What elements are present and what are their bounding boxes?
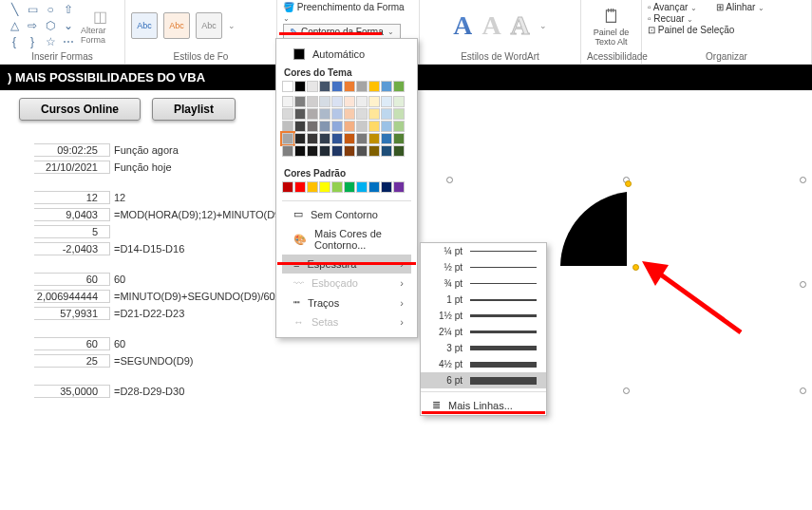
shape-style-2[interactable]: Abc (163, 12, 190, 39)
color-swatch[interactable] (393, 108, 405, 120)
more-colors-item[interactable]: 🎨 Mais Cores de Contorno... (282, 224, 411, 255)
align-button[interactable]: ⊞ Alinhar ⌄ (716, 2, 765, 12)
color-swatch[interactable] (393, 181, 405, 193)
color-swatch[interactable] (393, 81, 405, 92)
color-swatch[interactable] (344, 121, 355, 132)
color-swatch[interactable] (368, 121, 380, 132)
resize-handle[interactable] (800, 281, 806, 288)
thickness-option[interactable]: ¼ pt (421, 243, 546, 259)
thickness-option[interactable]: 1½ pt (421, 308, 546, 324)
thickness-option[interactable]: ½ pt (421, 259, 546, 275)
cell-text[interactable]: 60 (110, 338, 272, 349)
automatic-color-item[interactable]: Automático (282, 45, 411, 64)
cell-text[interactable]: =D28-D29-D30 (110, 386, 272, 397)
color-swatch[interactable] (356, 133, 368, 144)
color-swatch[interactable] (282, 181, 293, 193)
edit-shapes-button[interactable]: ◫ Alterar Forma (81, 8, 119, 45)
cell-value[interactable]: 57,9931 (34, 307, 110, 320)
color-swatch[interactable] (294, 81, 306, 92)
color-swatch[interactable] (344, 181, 355, 193)
cell-value[interactable]: 5 (34, 225, 110, 238)
color-swatch[interactable] (368, 96, 380, 107)
send-back-button[interactable]: ▫ Recuar ⌄ (648, 13, 693, 24)
cell-value[interactable]: 9,0403 (34, 208, 110, 221)
color-swatch[interactable] (307, 81, 318, 92)
rbrace-icon[interactable]: } (24, 34, 41, 49)
cell-value[interactable]: 60 (34, 273, 110, 286)
line-icon[interactable]: ╲ (6, 2, 23, 17)
resize-handle[interactable] (800, 387, 806, 394)
cell-text[interactable]: =D14-D15-D16 (110, 243, 272, 255)
color-swatch[interactable] (381, 121, 392, 132)
color-swatch[interactable] (294, 121, 306, 132)
chev-down-icon[interactable]: ⌄ (60, 18, 77, 33)
color-swatch[interactable] (368, 108, 380, 120)
more-icon[interactable]: ⋯ (60, 34, 77, 49)
color-swatch[interactable] (344, 145, 355, 157)
triangle-icon[interactable]: △ (6, 18, 23, 33)
color-swatch[interactable] (344, 96, 355, 107)
arrow-icon[interactable]: ⇨ (24, 18, 41, 33)
color-swatch[interactable] (331, 81, 343, 92)
color-swatch[interactable] (319, 96, 330, 107)
cell-text[interactable]: 12 (110, 192, 272, 203)
color-swatch[interactable] (319, 145, 330, 157)
color-swatch[interactable] (282, 121, 293, 132)
shape-style-3[interactable]: Abc (196, 12, 222, 39)
color-swatch[interactable] (307, 108, 318, 120)
color-swatch[interactable] (319, 181, 330, 193)
color-swatch[interactable] (331, 121, 343, 132)
color-swatch[interactable] (331, 133, 343, 144)
cell-text[interactable]: Função hoje (110, 161, 272, 173)
color-swatch[interactable] (381, 81, 392, 92)
color-swatch[interactable] (356, 96, 368, 107)
thickness-option[interactable]: 2¼ pt (421, 324, 546, 340)
thickness-option[interactable]: 6 pt (421, 372, 546, 388)
color-swatch[interactable] (368, 133, 380, 144)
cell-value[interactable]: 25 (34, 354, 110, 368)
cell-text[interactable]: 60 (110, 274, 272, 285)
no-outline-item[interactable]: ▭ Sem Contorno (282, 204, 411, 224)
cell-text[interactable]: =SEGUNDO(D9) (110, 355, 272, 367)
color-swatch[interactable] (381, 96, 392, 107)
cell-value[interactable]: 35,0000 (34, 385, 110, 398)
color-swatch[interactable] (356, 181, 368, 193)
color-swatch[interactable] (381, 133, 392, 144)
wordart-more-icon[interactable]: ⌄ (539, 21, 547, 30)
color-swatch[interactable] (307, 121, 318, 132)
color-swatch[interactable] (307, 133, 318, 144)
thickness-option[interactable]: 1 pt (421, 292, 546, 308)
selection-pane-button[interactable]: ⊡ Painel de Seleção (648, 25, 734, 35)
color-swatch[interactable] (331, 108, 343, 120)
color-swatch[interactable] (356, 121, 368, 132)
resize-handle[interactable] (446, 177, 453, 183)
color-swatch[interactable] (282, 96, 293, 107)
color-swatch[interactable] (331, 96, 343, 107)
adjust-handle[interactable] (625, 180, 632, 187)
cell-text[interactable]: =D21-D22-D23 (110, 308, 272, 319)
alt-text-button[interactable]: 🗒 Painel de Texto Alt (587, 6, 635, 47)
cell-text[interactable]: =MOD(HORA(D9);12)+MINUTO(D9)/ (110, 209, 272, 220)
color-swatch[interactable] (344, 108, 355, 120)
cell-value[interactable]: 09:02:25 (34, 143, 110, 157)
color-swatch[interactable] (331, 145, 343, 157)
color-swatch[interactable] (319, 121, 330, 132)
thickness-option[interactable]: 3 pt (421, 340, 546, 356)
resize-handle[interactable] (800, 177, 806, 183)
thickness-option[interactable]: 4½ pt (421, 356, 546, 372)
rect-icon[interactable]: ▭ (24, 2, 41, 17)
color-swatch[interactable] (282, 145, 293, 157)
thickness-option[interactable]: ¾ pt (421, 275, 546, 292)
color-swatch[interactable] (294, 145, 306, 157)
resize-handle[interactable] (623, 387, 630, 394)
color-swatch[interactable] (393, 96, 405, 107)
shape-fill-button[interactable]: 🪣 Preenchimento da Forma ⌄ (283, 2, 413, 23)
shapes-gallery[interactable]: ╲ ▭ ○ ⇧ △ ⇨ ⬡ ⌄ { } ☆ ⋯ (6, 2, 77, 49)
color-swatch[interactable] (368, 81, 380, 92)
color-swatch[interactable] (381, 181, 392, 193)
color-swatch[interactable] (319, 108, 330, 120)
arrow-up-icon[interactable]: ⇧ (60, 2, 77, 17)
color-swatch[interactable] (381, 108, 392, 120)
color-swatch[interactable] (282, 81, 293, 92)
color-swatch[interactable] (319, 133, 330, 144)
